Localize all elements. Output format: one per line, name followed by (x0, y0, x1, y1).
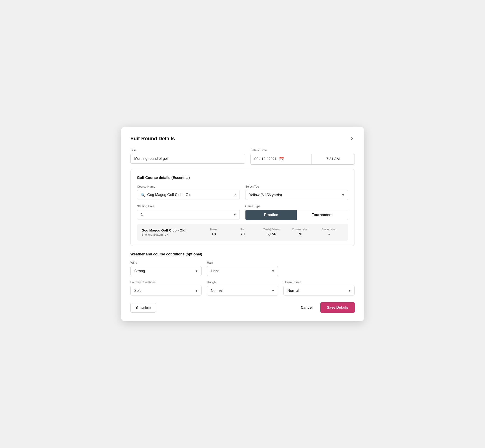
game-type-group: Game Type Practice Tournament (245, 204, 348, 220)
wind-dropdown[interactable]: Strong (134, 269, 198, 273)
game-type-label: Game Type (245, 204, 348, 208)
practice-button[interactable]: Practice (245, 210, 297, 220)
yards-label: Yards(Yellow) (263, 228, 280, 231)
time-value: 7:31 AM (326, 157, 340, 161)
footer-row: 🗑 Delete Cancel Save Details (130, 302, 355, 313)
slope-rating-label: Slope rating (322, 228, 336, 231)
date-time-row: 05 / 12 / 2021 📅 7:31 AM (251, 154, 355, 165)
select-tee-label: Select Tee (245, 185, 348, 188)
yards-value: 6,156 (267, 232, 276, 237)
course-tee-row: Course Name 🔍 × Select Tee Yellow (6,156… (137, 185, 348, 200)
rain-dropdown[interactable]: Light (211, 269, 274, 273)
course-rating-value: 70 (298, 232, 302, 237)
green-speed-group: Green Speed Normal ▼ (283, 280, 355, 296)
wind-rain-row: Wind Strong ▼ Rain Light ▼ (130, 261, 355, 276)
date-value: 05 / 12 / 2021 (254, 157, 277, 161)
course-rating-label: Course rating (292, 228, 308, 231)
starting-hole-group: Starting Hole 1 ▼ (137, 204, 240, 220)
course-info-location: Shelford Bottom, UK (142, 233, 199, 236)
fairway-rough-green-row: Fairway Conditions Soft ▼ Rough Normal ▼ (130, 280, 355, 296)
course-stat-slope-rating: Slope rating - (315, 228, 344, 237)
delete-button[interactable]: 🗑 Delete (130, 303, 156, 312)
save-button[interactable]: Save Details (320, 302, 355, 313)
course-info-name-text: Gog Magog Golf Club - Old, (142, 228, 199, 232)
date-input[interactable]: 05 / 12 / 2021 📅 (251, 154, 312, 165)
starting-hole-label: Starting Hole (137, 204, 240, 208)
course-name-group: Course Name 🔍 × (137, 185, 240, 200)
holes-label: Holes (210, 228, 217, 231)
modal-header: Edit Round Details × (130, 135, 355, 142)
fairway-label: Fairway Conditions (130, 280, 202, 284)
wind-group: Wind Strong ▼ (130, 261, 202, 276)
clear-course-button[interactable]: × (234, 193, 236, 197)
starting-hole-dropdown[interactable]: 1 (141, 213, 236, 216)
course-stat-course-rating: Course rating 70 (286, 228, 315, 237)
select-tee-group: Select Tee Yellow (6,156 yards) ▼ (245, 185, 348, 200)
green-speed-label: Green Speed (283, 280, 355, 284)
starting-hole-wrap[interactable]: 1 ▼ (137, 210, 240, 219)
title-label: Title (130, 148, 245, 152)
delete-label: Delete (141, 306, 151, 310)
green-speed-dropdown[interactable]: Normal (287, 289, 351, 293)
game-type-toggle: Practice Tournament (245, 210, 348, 220)
course-stat-holes: Holes 18 (199, 228, 228, 237)
hole-gametype-row: Starting Hole 1 ▼ Game Type Practice Tou… (137, 204, 348, 220)
modal-title: Edit Round Details (130, 136, 175, 142)
course-stat-yards: Yards(Yellow) 6,156 (257, 228, 286, 237)
fairway-group: Fairway Conditions Soft ▼ (130, 280, 202, 296)
title-input[interactable] (130, 154, 245, 164)
datetime-label: Date & Time (251, 148, 355, 152)
calendar-icon: 📅 (279, 157, 284, 162)
course-info-name: Gog Magog Golf Club - Old, Shelford Bott… (142, 228, 199, 236)
fairway-dropdown[interactable]: Soft (134, 289, 198, 293)
golf-section-title: Golf Course details (Essential) (137, 176, 348, 180)
spacer (283, 261, 355, 276)
time-input[interactable]: 7:31 AM (312, 154, 355, 165)
par-label: Par (241, 228, 245, 231)
par-value: 70 (241, 232, 245, 237)
footer-right: Cancel Save Details (299, 302, 355, 313)
close-button[interactable]: × (350, 135, 355, 142)
select-tee-wrap[interactable]: Yellow (6,156 yards) ▼ (245, 190, 348, 200)
course-stat-par: Par 70 (228, 228, 257, 237)
wind-wrap[interactable]: Strong ▼ (130, 266, 202, 276)
rain-label: Rain (207, 261, 278, 264)
rough-group: Rough Normal ▼ (207, 280, 278, 296)
rough-wrap[interactable]: Normal ▼ (207, 286, 278, 296)
tournament-button[interactable]: Tournament (297, 210, 348, 220)
edit-round-modal: Edit Round Details × Title Date & Time 0… (121, 127, 364, 321)
select-tee-dropdown[interactable]: Yellow (6,156 yards) (249, 193, 344, 197)
green-speed-wrap[interactable]: Normal ▼ (283, 286, 355, 296)
fairway-wrap[interactable]: Soft ▼ (130, 286, 202, 296)
course-name-label: Course Name (137, 185, 240, 188)
title-datetime-row: Title Date & Time 05 / 12 / 2021 📅 7:31 … (130, 148, 355, 165)
course-name-input[interactable] (147, 193, 232, 197)
weather-section-title: Weather and course conditions (optional) (130, 252, 355, 256)
course-name-search[interactable]: 🔍 × (137, 190, 240, 200)
golf-course-section: Golf Course details (Essential) Course N… (130, 169, 355, 246)
holes-value: 18 (211, 232, 216, 237)
rough-label: Rough (207, 280, 278, 284)
rain-group: Rain Light ▼ (207, 261, 278, 276)
title-group: Title (130, 148, 245, 165)
search-icon: 🔍 (140, 192, 145, 197)
course-info-box: Gog Magog Golf Club - Old, Shelford Bott… (137, 224, 348, 241)
rough-dropdown[interactable]: Normal (211, 289, 274, 293)
wind-label: Wind (130, 261, 202, 264)
datetime-group: Date & Time 05 / 12 / 2021 📅 7:31 AM (251, 148, 355, 165)
weather-section: Weather and course conditions (optional)… (130, 252, 355, 296)
trash-icon: 🗑 (136, 306, 139, 310)
cancel-button[interactable]: Cancel (299, 303, 315, 312)
slope-rating-value: - (328, 232, 330, 237)
rain-wrap[interactable]: Light ▼ (207, 266, 278, 276)
